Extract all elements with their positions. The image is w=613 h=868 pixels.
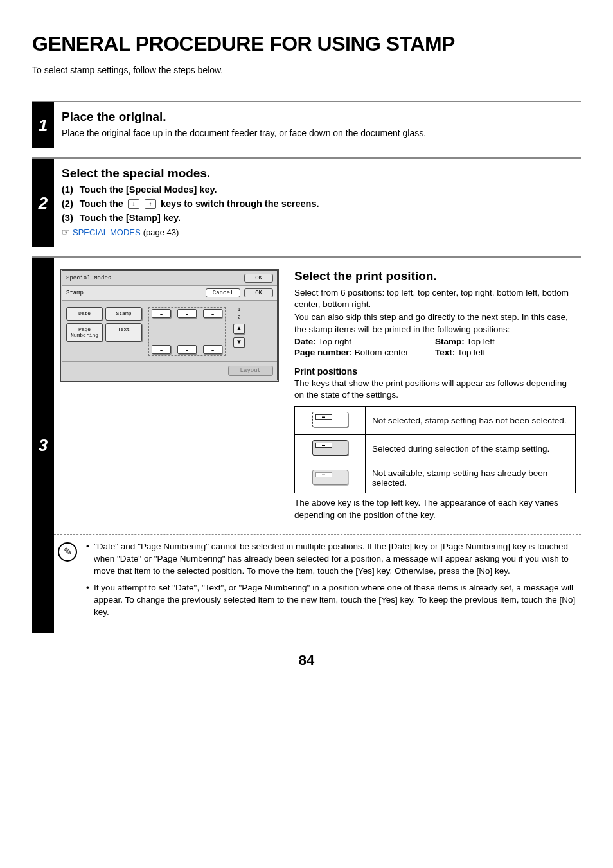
pos-top-right[interactable]: ▬ (203, 309, 222, 318)
step2-heading: Select the special modes. (62, 166, 578, 181)
stamp-button[interactable]: Stamp (105, 307, 142, 321)
position-canvas: ▬ ▬ ▬ ▬ ▬ ▬ (148, 307, 226, 356)
ok-button[interactable]: OK (244, 274, 273, 283)
step-number: 1 (32, 102, 54, 148)
step1-text: Place the original face up in the docume… (62, 128, 578, 138)
page-numbering-button[interactable]: Page Numbering (66, 323, 103, 342)
pos-bottom-left[interactable]: ▬ (152, 345, 171, 354)
defaults-list: Date: Top right Stamp: Top left Page num… (294, 337, 576, 357)
step-number: 3 (32, 258, 54, 633)
printer-screen: Special Modes OK Stamp Cancel OK Date (60, 269, 279, 382)
screen-subtitle: Stamp (66, 290, 84, 296)
text-button[interactable]: Text (105, 323, 142, 342)
note-2: If you attempt to set "Date", "Text", or… (86, 582, 577, 619)
note-icon: ✎ (58, 542, 77, 562)
key-not-selected-icon: ▬ (312, 412, 348, 427)
print-positions-text: The keys that show the print positions w… (294, 378, 576, 401)
ok-button-2[interactable]: OK (244, 288, 273, 297)
step1-heading: Place the original. (62, 110, 578, 124)
down-arrow-key-icon: ↓ (128, 199, 139, 209)
substep-3: (3) Touch the [Stamp] key. (62, 213, 578, 223)
pos-top-left[interactable]: ▬ (152, 309, 171, 318)
date-button[interactable]: Date (66, 307, 103, 321)
step-number: 2 (32, 159, 54, 247)
step3-para1: Select from 6 positions: top left, top c… (294, 287, 576, 310)
pos-top-center[interactable]: ▬ (177, 309, 197, 318)
step-2: 2 Select the special modes. (1) Touch th… (32, 157, 581, 247)
key-unavailable-icon: ▬ (312, 470, 348, 485)
substep-1: (1) Touch the [Special Modes] key. (62, 184, 578, 195)
key-selected-icon: ▬ (312, 440, 348, 456)
pos-bottom-center[interactable]: ▬ (177, 345, 197, 354)
step-3: 3 Special Modes OK Stamp Cancel OK (32, 256, 581, 633)
intro-text: To select stamp settings, follow the ste… (32, 65, 581, 75)
screen-title: Special Modes (66, 275, 111, 281)
up-arrow-key-icon: ↑ (145, 199, 156, 209)
special-modes-link[interactable]: SPECIAL MODES (73, 227, 141, 237)
notes-block: ✎ "Date" and "Page Numbering" cannot be … (54, 541, 581, 633)
divider (54, 534, 581, 535)
cancel-button[interactable]: Cancel (206, 288, 240, 297)
page-indicator: 1 2 (235, 307, 243, 321)
layout-button[interactable]: Layout (228, 366, 273, 376)
note-1: "Date" and "Page Numbering" cannot be se… (86, 541, 577, 578)
step3-postnote: The above key is the top left key. The a… (294, 497, 576, 520)
crossref: ☞ SPECIAL MODES (page 43) (62, 227, 578, 237)
pointer-icon: ☞ (62, 227, 70, 237)
page-title: GENERAL PROCEDURE FOR USING STAMP (32, 32, 581, 56)
step3-para2: You can also skip this step and go direc… (294, 312, 576, 335)
print-positions-heading: Print positions (294, 366, 576, 376)
pos-bottom-right[interactable]: ▬ (203, 345, 222, 354)
substep-2: (2) Touch the ↓ ↑ keys to switch through… (62, 199, 578, 209)
step3-heading: Select the print position. (294, 269, 576, 283)
scroll-down-button[interactable]: ▼ (233, 337, 245, 348)
page-number: 84 (32, 652, 581, 669)
position-key-table: ▬ Not selected, stamp setting has not be… (294, 406, 576, 493)
scroll-up-button[interactable]: ▲ (233, 324, 245, 334)
step-1: 1 Place the original. Place the original… (32, 101, 581, 148)
